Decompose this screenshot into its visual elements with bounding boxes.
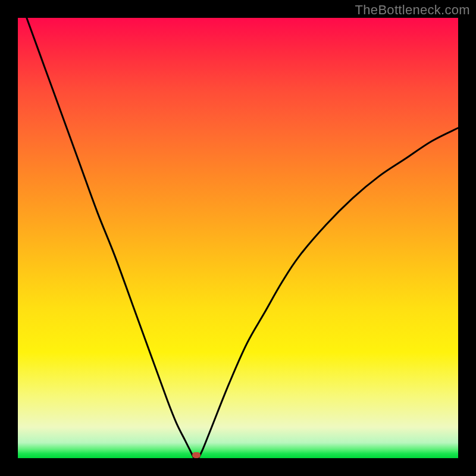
chart-frame: TheBottleneck.com xyxy=(0,0,476,476)
curve-left-branch xyxy=(27,18,194,458)
bottleneck-curve xyxy=(18,18,458,458)
bottleneck-marker xyxy=(192,452,201,458)
plot-area xyxy=(18,18,458,458)
curve-right-branch xyxy=(198,128,458,458)
watermark-text: TheBottleneck.com xyxy=(355,2,470,18)
